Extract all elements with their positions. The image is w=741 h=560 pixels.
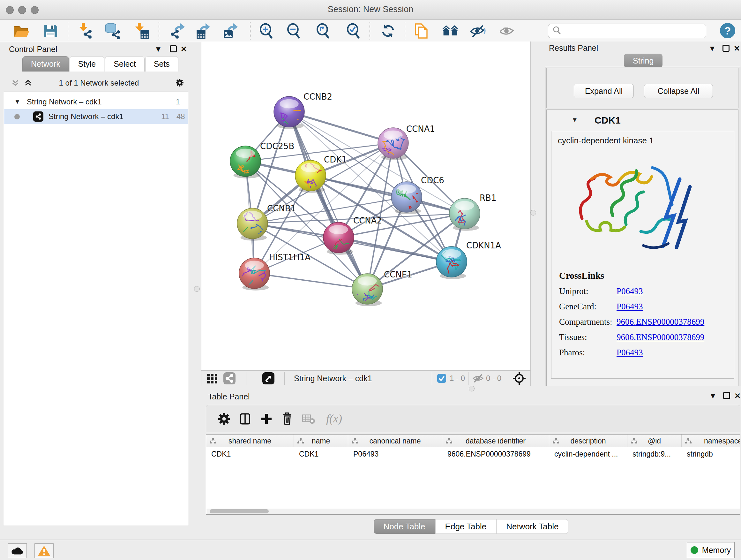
import-network-icon[interactable] [77, 23, 94, 39]
export-image-icon[interactable] [221, 23, 239, 39]
refresh-icon[interactable] [379, 23, 397, 39]
network-node-CCNE1[interactable] [352, 273, 389, 310]
network-node-HIST1H1A[interactable] [232, 258, 270, 294]
table-cell[interactable]: CDK1 [206, 447, 294, 461]
node-label-CCNB2: CCNB2 [304, 92, 332, 102]
import-network-database-icon[interactable] [104, 23, 121, 39]
crosslink-link[interactable]: P06493 [616, 287, 643, 296]
left-splitter-handle[interactable] [194, 286, 200, 292]
zoom-selected-icon[interactable] [344, 23, 362, 39]
crosslink-link[interactable]: P06493 [616, 302, 643, 312]
birdseye-grid-icon[interactable] [206, 372, 218, 385]
column-header-name[interactable]: name [294, 435, 348, 447]
tab-sets[interactable]: Sets [145, 56, 179, 71]
network-node-CCNA1[interactable] [378, 128, 408, 163]
collapse-all-button[interactable]: Collapse All [644, 84, 713, 98]
network-collection-row[interactable]: ▼ String Network – cdk1 1 [4, 95, 188, 109]
horizontal-splitter-handle[interactable] [469, 386, 475, 391]
table-panel-menu-icon[interactable]: ▼ [709, 391, 717, 400]
column-header-description[interactable]: description [549, 435, 627, 447]
open-in-window-icon[interactable] [262, 372, 275, 385]
tab-select[interactable]: Select [105, 56, 144, 71]
warnings-button[interactable] [35, 543, 54, 558]
network-node-RB1[interactable] [449, 198, 480, 243]
table-cell[interactable]: CDK1 [294, 447, 348, 461]
gene-section-header[interactable]: ▼ CDK1 [547, 112, 738, 128]
control-panel-menu-icon[interactable]: ▼ [154, 45, 162, 54]
results-panel-float-icon[interactable] [723, 45, 730, 53]
network-node-CCNA2[interactable] [323, 222, 362, 269]
network-node-CDC6[interactable] [391, 182, 424, 214]
table-panel-float-icon[interactable] [723, 392, 730, 400]
table-horizontal-scrollbar[interactable] [206, 509, 740, 514]
table-cell[interactable]: stringdb [682, 447, 740, 461]
hidden-eye-slash-icon[interactable] [472, 372, 484, 385]
search-input[interactable] [548, 23, 706, 38]
show-columns-icon[interactable] [237, 411, 253, 427]
network-options-gear-icon[interactable] [175, 78, 185, 89]
import-table-icon[interactable] [133, 23, 151, 39]
network-node-CDKN1A[interactable] [436, 246, 467, 279]
zoom-fit-icon[interactable] [314, 23, 332, 39]
tab-style[interactable]: Style [70, 56, 105, 71]
table-panel-close-icon[interactable]: ✕ [734, 391, 741, 400]
tab-node-table[interactable]: Node Table [374, 519, 435, 534]
network-graph[interactable]: CCNB2CCNA1CDC25BCDK1CDC6RB1CCNB1CCNA2CDK… [201, 42, 531, 370]
crosslink-link[interactable]: 9606.ENSP00000378699 [616, 317, 704, 327]
results-panel-menu-icon[interactable]: ▼ [709, 44, 716, 53]
control-panel-float-icon[interactable] [170, 45, 177, 54]
network-node-CDC25B[interactable] [227, 146, 261, 183]
column-header-@id[interactable]: @id [627, 435, 682, 447]
right-splitter-handle[interactable] [530, 210, 536, 215]
delete-column-trash-icon[interactable] [279, 411, 295, 427]
add-column-plus-icon[interactable] [258, 411, 275, 427]
gene-collapse-triangle-icon[interactable]: ▼ [571, 116, 578, 124]
hide-details-icon[interactable] [469, 23, 487, 39]
documents-icon[interactable] [412, 23, 430, 39]
column-header-canonical-name[interactable]: canonical name [348, 435, 442, 447]
export-table-icon[interactable] [194, 23, 212, 39]
network-row[interactable]: String Network – cdk1 11 48 [4, 109, 188, 124]
table-cell[interactable]: 9606.ENSP00000378699 [442, 447, 549, 461]
fit-selected-crosshair-icon[interactable] [513, 372, 526, 385]
network-edge-CCNB2-CCNE1[interactable] [289, 112, 367, 289]
column-header-namespace[interactable]: namespace [682, 435, 740, 447]
collapse-triangle-icon[interactable]: ▼ [14, 98, 20, 105]
network-edge-CCNB2-CCNA1[interactable] [289, 112, 393, 143]
share-network-badge-icon[interactable] [223, 372, 236, 385]
network-edge-CCNA2-CDKN1A[interactable] [339, 238, 452, 262]
column-header-shared-name[interactable]: shared name [206, 435, 294, 447]
network-node-CCNB1[interactable] [219, 208, 268, 245]
table-cell[interactable]: cyclin-dependent ... [549, 447, 627, 461]
column-header-database-identifier[interactable]: database identifier [442, 435, 549, 447]
open-session-icon[interactable] [13, 23, 30, 39]
table-cell[interactable]: P06493 [348, 447, 442, 461]
crosslink-link[interactable]: P06493 [616, 348, 643, 358]
tab-edge-table[interactable]: Edge Table [435, 519, 496, 534]
table-cell[interactable]: stringdb:9... [627, 447, 682, 461]
network-canvas[interactable]: CCNB2CCNA1CDC25BCDK1CDC6RB1CCNB1CCNA2CDK… [201, 42, 531, 370]
expand-all-button[interactable]: Expand All [574, 84, 634, 98]
crosslink-link[interactable]: 9606.ENSP00000378699 [616, 332, 704, 342]
function-builder-icon: f(x) [324, 411, 349, 427]
selected-checkbox-icon[interactable] [437, 372, 447, 385]
export-network-icon[interactable] [169, 23, 186, 39]
results-panel-close-icon[interactable]: ✕ [734, 44, 740, 53]
crosslink-row: Pharos:P06493 [559, 348, 731, 358]
zoom-in-icon[interactable] [257, 23, 275, 39]
tab-network-table[interactable]: Network Table [496, 519, 568, 534]
houses-icon[interactable] [442, 23, 460, 39]
show-details-icon[interactable] [498, 23, 516, 39]
zoom-out-icon[interactable] [285, 23, 302, 39]
cloud-button[interactable] [8, 543, 27, 558]
scrollbar-thumb[interactable] [210, 509, 269, 513]
table-row[interactable]: CDK1CDK1P064939606.ENSP00000378699cyclin… [206, 447, 740, 461]
memory-button[interactable]: Memory [687, 542, 735, 558]
tab-string[interactable]: String [624, 54, 663, 68]
table-settings-gear-icon[interactable] [216, 411, 232, 427]
tab-network[interactable]: Network [22, 56, 69, 71]
help-button[interactable]: ? [720, 23, 735, 38]
network-edge-HIST1H1A-CCNE1[interactable] [254, 273, 367, 289]
control-panel-close-icon[interactable]: ✕ [181, 45, 187, 54]
save-session-icon[interactable] [42, 23, 59, 39]
